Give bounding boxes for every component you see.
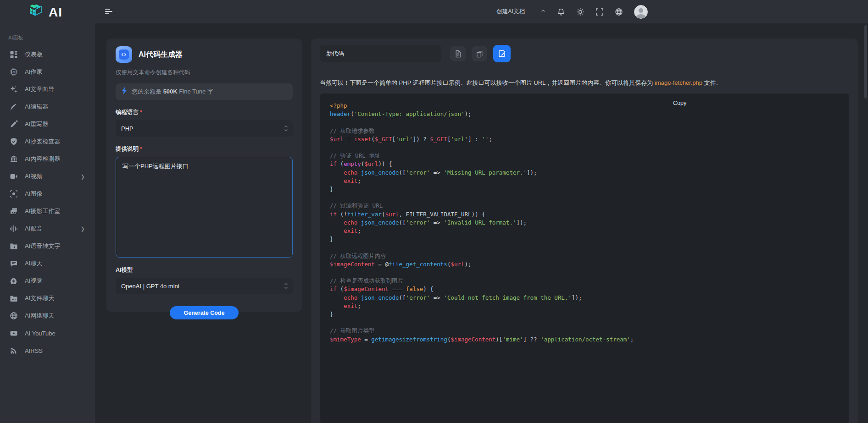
sidebar-item-label: AI图像 [25,190,42,198]
language-label: 编程语言* [116,109,293,116]
ai-writer-icon: AI [10,68,18,76]
sidebar-item-article-wizard[interactable]: AI文章向导 [0,81,95,98]
voiceover-icon [10,225,18,233]
sidebar-item-label: AI视觉 [25,277,42,285]
generator-card: AI代码生成器 仅使用文本命令创建各种代码 您的余额是 500K Fine Tu… [106,38,302,312]
create-ai-doc-label: 创建AI文档 [496,8,525,16]
rewriter-icon [10,120,18,128]
page-scrollbar[interactable] [864,25,867,99]
language-globe-icon[interactable] [615,8,623,16]
sidebar-item-ai-writer[interactable]: AIAI作家 [0,63,95,81]
image-icon [10,190,18,198]
result-header [311,38,858,69]
sidebar-item-label: AI重写器 [25,120,48,128]
fullscreen-icon[interactable] [595,8,604,16]
copy-document-button[interactable] [472,46,487,61]
sidebar-toggle-button[interactable] [105,6,115,16]
sidebar-item-label: AI网络聊天 [25,312,54,320]
sidebar-item-image[interactable]: AI图像 [0,185,95,203]
notifications-bell-icon[interactable] [557,8,565,16]
select-arrows-icon [284,282,288,291]
model-label: AI模型 [116,266,293,274]
plagiarism-checker-icon [10,137,18,146]
copy-code-button[interactable]: Copy [673,100,686,106]
sidebar-item-photo-studio[interactable]: AI摄影工作室 [0,203,95,220]
sidebar-item-dashboard[interactable]: 仪表板 [0,46,95,63]
editor-icon [10,103,18,111]
sidebar-item-vision[interactable]: AI视觉 [0,272,95,290]
model-select[interactable]: OpenAI | GPT 4o mini [116,278,293,294]
code-title-input[interactable] [320,45,441,62]
photo-studio-icon [10,207,18,215]
description-textarea[interactable]: 写一个PHP远程图片接口 [116,157,293,258]
sidebar-item-label: AI编辑器 [25,103,48,111]
code-block: Copy <?phpheader('Content-Type: applicat… [320,93,849,423]
select-arrows-icon [284,125,288,133]
dashboard-icon [10,50,18,59]
user-avatar[interactable] [634,5,648,19]
chat-icon [10,259,18,268]
generated-code: <?phpheader('Content-Type: application/j… [330,102,839,344]
model-select-value: OpenAI | GPT 4o mini [121,283,179,290]
sidebar-item-label: AI文件聊天 [25,294,54,302]
language-select[interactable]: PHP [116,120,293,137]
lightning-icon [121,87,128,96]
sidebar-item-file-chat[interactable]: AI文件聊天 [0,290,95,307]
file-chat-icon [10,294,18,302]
language-select-value: PHP [121,125,134,132]
app-window: AI 创建AI文档 [0,0,868,423]
sidebar-item-plagiarism-checker[interactable]: AI抄袭检查器 [0,133,95,150]
youtube-icon [10,329,18,337]
generate-code-button[interactable]: Generate Code [170,306,239,319]
sidebar: AI面板 仪表板AIAI作家AI文章向导AI编辑器AI重写器AI抄袭检查器AI内… [0,23,95,423]
sidebar-item-label: AI作家 [25,68,42,76]
sidebar-section-label: AI面板 [0,23,95,46]
article-wizard-icon [10,85,18,93]
svg-text:AI: AI [12,71,15,73]
save-code-button[interactable] [493,45,511,62]
sidebar-item-label: AI抄袭检查器 [25,137,60,146]
sidebar-item-youtube[interactable]: AI YouTube [0,324,95,342]
sidebar-item-label: AI摄影工作室 [25,207,60,215]
sidebar-item-label: AI YouTube [25,330,56,337]
page-subtitle: 仅使用文本命令创建各种代码 [116,69,293,77]
sidebar-item-chat[interactable]: AI聊天 [0,255,95,272]
sidebar-item-label: 仪表板 [25,50,43,59]
balance-text: 您的余额是 500K Fine Tune 字 [132,88,213,96]
sidebar-item-rewriter[interactable]: AI重写器 [0,115,95,133]
sidebar-item-label: AIRSS [25,347,43,354]
sidebar-item-label: AI聊天 [25,259,42,268]
sidebar-item-label: AI文章向导 [25,85,54,93]
description-label: 提供说明* [116,145,293,153]
result-card: 当然可以！下面是一个简单的 PHP 远程图片接口示例。此接口可以接收一个图片 U… [311,38,858,423]
web-chat-icon [10,312,18,320]
speech-to-text-icon [10,242,18,250]
sidebar-item-video[interactable]: AI视频❯ [0,168,95,185]
video-icon [10,172,18,181]
sidebar-item-editor[interactable]: AI编辑器 [0,98,95,115]
chevron-up-icon [540,8,546,15]
new-document-button[interactable] [450,46,466,61]
theme-sun-icon[interactable] [576,8,584,16]
vision-icon [10,277,18,285]
brand-text: AI [49,5,62,20]
sidebar-item-speech-to-text[interactable]: AI语音转文字 [0,237,95,255]
brand-logo[interactable]: AI [27,2,62,22]
sidebar-item-rss[interactable]: AIRSS [0,342,95,359]
create-ai-doc-dropdown[interactable]: 创建AI文档 [496,8,546,16]
sidebar-item-voiceover[interactable]: AI配音❯ [0,220,95,237]
page-title: AI代码生成器 [139,50,183,60]
rss-icon [10,346,18,355]
sidebar-item-label: AI视频 [25,172,42,181]
chevron-right-icon: ❯ [81,226,85,232]
sidebar-item-label: AI语音转文字 [25,242,60,250]
sidebar-item-label: AI配音 [25,225,42,233]
sidebar-item-content-detector[interactable]: AI内容检测器 [0,150,95,168]
sidebar-item-web-chat[interactable]: AI网络聊天 [0,307,95,324]
code-generator-icon [116,46,132,63]
cube-logo-icon [27,2,45,22]
content-detector-icon [10,155,18,163]
main-content: AI代码生成器 仅使用文本命令创建各种代码 您的余额是 500K Fine Tu… [99,23,868,423]
chevron-right-icon: ❯ [81,174,85,180]
assistant-intro-text: 当然可以！下面是一个简单的 PHP 远程图片接口示例。此接口可以接收一个图片 U… [320,78,849,87]
